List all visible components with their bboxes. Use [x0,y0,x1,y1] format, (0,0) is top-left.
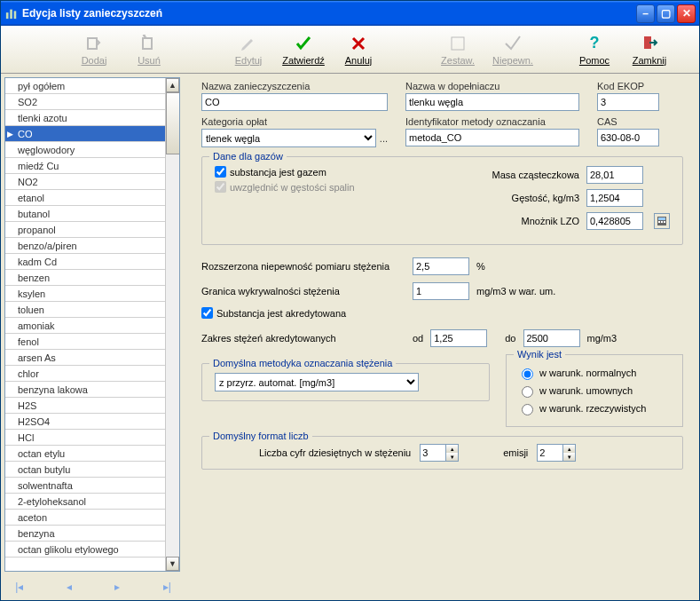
list-item[interactable]: pył ogółem [5,78,179,94]
pollutant-list[interactable]: pył ogółemSO2tlenki azotuCOwęglowodorymi… [5,78,179,558]
close-button[interactable]: ✕ [677,4,696,23]
scroll-down-button[interactable]: ▼ [166,557,179,571]
svg-rect-7 [658,221,660,223]
category-select[interactable]: tlenek węgla [201,129,376,147]
nav-last-icon[interactable]: ▸| [163,581,171,593]
result-group: Wynik jest w warunk. normalnych w warunk… [506,354,683,427]
confirm-button[interactable]: Zatwierdź [276,34,331,66]
density-label: Gęstość, kg/m3 [512,193,579,203]
gas-group: Dane dla gazów substancja jest gazem uwz… [201,156,683,245]
list-item[interactable]: aceton [5,510,179,526]
list-item[interactable]: węglowodory [5,142,179,158]
list-item[interactable]: butanol [5,206,179,222]
format-group-title: Domyślny format liczb [209,431,312,441]
help-button[interactable]: ? Pomoc [567,34,622,66]
list-item[interactable]: benzyna [5,526,179,542]
range-label: Zakres stężeń akredytowanych [201,333,405,344]
density-input[interactable] [586,189,643,207]
list-item[interactable]: arsen As [5,350,179,366]
concentration-spinner[interactable]: ▲▼ [420,444,459,462]
list-item[interactable]: octan butylu [5,462,179,478]
list-item[interactable]: CO [5,126,179,142]
close-tool-button[interactable]: Zamknij [622,34,677,66]
accredited-checkbox[interactable]: Substancja jest akredytowana [201,307,346,319]
list-item[interactable]: tlenki azotu [5,110,179,126]
list-item[interactable]: toluen [5,302,179,318]
is-gas-checkbox[interactable]: substancja jest gazem [215,166,439,178]
list-item[interactable]: 2-etyloheksanol [5,494,179,510]
list-item[interactable]: propanol [5,222,179,238]
genitive-input[interactable] [405,93,579,111]
ekop-input[interactable] [597,93,659,111]
name-input[interactable] [201,93,388,111]
list-item[interactable]: solwentnafta [5,478,179,494]
titlebar: Edycja listy zanieczyszczeń – ▢ ✕ [1,1,699,26]
svg-rect-2 [14,11,17,19]
mg-war-unit: mg/m3 w war. um. [476,286,555,297]
scroll-up-button[interactable]: ▲ [166,78,179,92]
toolbar: Dodaj Usuń Edytuj Zatwierdź Anuluj Zesta… [1,26,699,74]
detection-label: Granica wykrywalności stężenia [201,286,405,297]
delete-button[interactable]: Usuń [122,34,177,66]
emission-spinner[interactable]: ▲▼ [537,444,576,462]
method-select[interactable]: z przyrz. automat. [mg/m3] [215,373,419,391]
svg-rect-6 [658,217,665,220]
list-item[interactable]: etanol [5,190,179,206]
list-item[interactable]: fenol [5,334,179,350]
list-item[interactable]: miedź Cu [5,158,179,174]
nav-next-icon[interactable]: ▸ [114,581,120,593]
result-normal-radio[interactable]: w warunk. normalnych [517,366,672,380]
uncertainty-input[interactable] [413,257,469,275]
list-item[interactable]: HCl [5,430,179,446]
detection-input[interactable] [413,282,469,300]
method-id-input[interactable] [405,129,579,146]
set-button[interactable]: Zestaw. [430,34,485,66]
range-to-input[interactable] [523,329,580,347]
nav-footer: |◂ ◂ ▸ ▸| [4,575,182,600]
do-label: do [505,333,515,344]
emission-label: emisji [503,447,528,458]
list-item[interactable]: kadm Cd [5,254,179,270]
od-label: od [413,333,423,344]
edit-button[interactable]: Edytuj [221,34,276,66]
voc-input[interactable] [586,212,643,230]
window-title: Edycja listy zanieczyszczeń [22,7,636,20]
scroll-thumb[interactable] [166,92,179,154]
nav-first-icon[interactable]: |◂ [15,581,23,593]
list-item[interactable]: octan etylu [5,446,179,462]
uncertain-button[interactable]: Niepewn. [485,34,540,66]
minimize-button[interactable]: – [636,4,655,23]
list-item[interactable]: benzen [5,270,179,286]
list-item[interactable]: NO2 [5,174,179,190]
svg-rect-8 [661,221,663,223]
list-item[interactable]: benzyna lakowa [5,382,179,398]
result-real-radio[interactable]: w warunk. rzeczywistych [517,401,672,415]
list-item[interactable]: H2S [5,398,179,414]
list-item[interactable]: ksylen [5,286,179,302]
mass-input[interactable] [586,166,643,184]
cancel-button[interactable]: Anuluj [331,34,386,66]
category-more-button[interactable]: ... [380,133,388,144]
list-item[interactable]: octan glikolu etylowego [5,542,179,558]
method-group-title: Domyślna metodyka oznaczania stężenia [209,358,396,368]
cas-label: CAS [597,116,659,127]
list-item[interactable]: chlor [5,366,179,382]
list-scrollbar[interactable]: ▲ ▼ [165,78,179,571]
calc-button[interactable] [654,213,670,229]
list-item[interactable]: SO2 [5,94,179,110]
svg-rect-9 [664,221,665,223]
nav-prev-icon[interactable]: ◂ [67,581,72,593]
format-group: Domyślny format liczb Liczba cyfr dziesi… [201,436,683,470]
density-checkbox[interactable]: uwzględnić w gęstości spalin [215,181,439,193]
add-button[interactable]: Dodaj [67,34,122,66]
pollutant-list-panel: pył ogółemSO2tlenki azotuCOwęglowodorymi… [4,77,180,572]
list-item[interactable]: benzo/a/piren [5,238,179,254]
cas-input[interactable] [597,129,659,146]
list-item[interactable]: amoniak [5,318,179,334]
maximize-button[interactable]: ▢ [657,4,675,23]
result-contract-radio[interactable]: w warunk. umownych [517,384,672,398]
range-from-input[interactable] [430,329,487,347]
mass-label: Masa cząsteczkowa [492,170,579,180]
uncertainty-label: Rozszerzona niepewność pomiaru stężenia [201,261,405,272]
list-item[interactable]: H2SO4 [5,414,179,430]
